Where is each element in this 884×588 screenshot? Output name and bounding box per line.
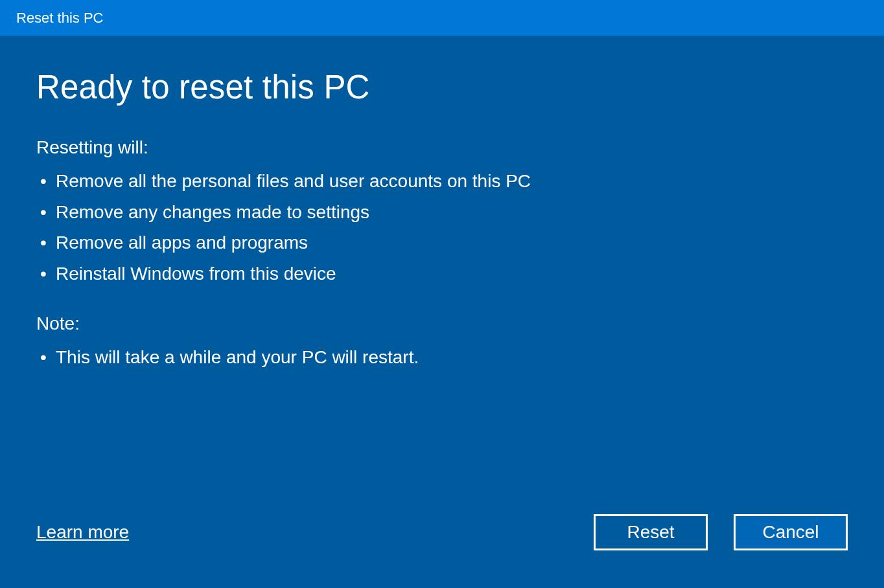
learn-more-link[interactable]: Learn more: [36, 522, 129, 543]
list-item: Remove any changes made to settings: [36, 197, 848, 228]
list-item: Remove all the personal files and user a…: [36, 166, 848, 197]
page-title: Ready to reset this PC: [36, 68, 848, 106]
list-item: Remove all apps and programs: [36, 227, 848, 258]
reset-pc-window: Reset this PC Ready to reset this PC Res…: [0, 0, 884, 588]
footer: Learn more Reset Cancel: [36, 514, 848, 563]
note-list: This will take a while and your PC will …: [36, 342, 848, 373]
cancel-button[interactable]: Cancel: [734, 514, 848, 550]
reset-button[interactable]: Reset: [594, 514, 708, 550]
list-item: Reinstall Windows from this device: [36, 258, 848, 289]
resetting-heading: Resetting will:: [36, 137, 848, 158]
list-item: This will take a while and your PC will …: [36, 342, 848, 373]
note-heading: Note:: [36, 313, 848, 334]
content-area: Ready to reset this PC Resetting will: R…: [0, 36, 884, 588]
titlebar: Reset this PC: [0, 0, 884, 36]
button-group: Reset Cancel: [594, 514, 848, 550]
titlebar-title: Reset this PC: [16, 10, 104, 27]
resetting-list: Remove all the personal files and user a…: [36, 166, 848, 289]
